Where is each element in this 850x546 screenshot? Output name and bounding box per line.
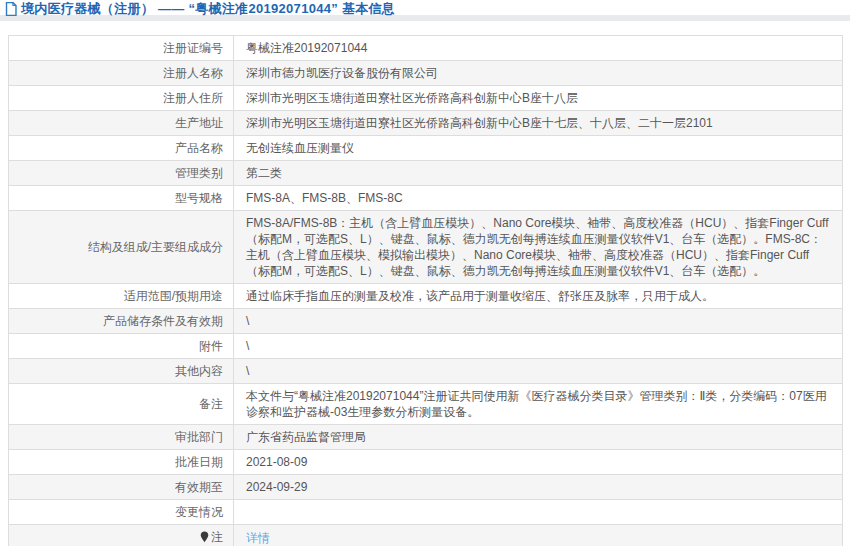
row-value-text: 深圳市德力凯医疗设备股份有限公司 xyxy=(246,66,438,80)
table-row: 注册人住所深圳市光明区玉塘街道田寮社区光侨路高科创新中心B座十八层 xyxy=(9,86,843,111)
row-label-text: 注册人名称 xyxy=(163,66,223,80)
row-value-text: 第二类 xyxy=(246,166,282,180)
row-label-text: 批准日期 xyxy=(175,455,223,469)
row-label-text: 审批部门 xyxy=(175,430,223,444)
row-value: 本文件与“粤械注准20192071044”注册证共同使用新《医疗器械分类目录》管… xyxy=(234,384,843,425)
row-label-text: 结构及组成/主要组成成分 xyxy=(88,240,223,254)
row-value: 详情 xyxy=(234,525,843,546)
row-label-text: 管理类别 xyxy=(175,166,223,180)
row-label-text: 注 xyxy=(211,530,223,544)
row-value: 深圳市德力凯医疗设备股份有限公司 xyxy=(234,61,843,86)
page-title: 境内医疗器械（注册） —— “粤械注准20192071044” 基本信息 xyxy=(21,0,395,18)
row-value-text: 本文件与“粤械注准20192071044”注册证共同使用新《医疗器械分类目录》管… xyxy=(246,389,827,419)
row-value: FMS-8A/FMS-8B：主机（含上臂血压模块）、Nano Core模块、袖带… xyxy=(234,211,843,284)
document-icon xyxy=(5,2,17,16)
row-value-text: FMS-8A、FMS-8B、FMS-8C xyxy=(246,191,403,205)
row-label: 有效期至 xyxy=(9,475,234,500)
table-row: 注册证编号粤械注准20192071044 xyxy=(9,36,843,61)
row-label-text: 适用范围/预期用途 xyxy=(124,289,223,303)
row-label: 附件 xyxy=(9,334,234,359)
row-value-text: \ xyxy=(246,364,249,378)
row-label-text: 附件 xyxy=(199,339,223,353)
row-value: FMS-8A、FMS-8B、FMS-8C xyxy=(234,186,843,211)
details-link[interactable]: 详情 xyxy=(246,531,270,545)
row-label-text: 注册人住所 xyxy=(163,91,223,105)
row-value xyxy=(234,500,843,525)
row-label-text: 变更情况 xyxy=(175,505,223,519)
row-label: 其他内容 xyxy=(9,359,234,384)
table-row: 生产地址深圳市光明区玉塘街道田寮社区光侨路高科创新中心B座十七层、十八层、二十一… xyxy=(9,111,843,136)
row-label: 批准日期 xyxy=(9,450,234,475)
row-label-text: 型号规格 xyxy=(175,191,223,205)
table-row: 注详情 xyxy=(9,525,843,546)
row-value: 第二类 xyxy=(234,161,843,186)
row-label-text: 生产地址 xyxy=(175,116,223,130)
row-value-text: 2021-08-09 xyxy=(246,455,307,469)
row-label: 备注 xyxy=(9,384,234,425)
table-row: 有效期至2024-09-29 xyxy=(9,475,843,500)
table-row: 备注本文件与“粤械注准20192071044”注册证共同使用新《医疗器械分类目录… xyxy=(9,384,843,425)
row-label-text: 有效期至 xyxy=(175,480,223,494)
row-label-text: 其他内容 xyxy=(175,364,223,378)
row-value: 广东省药品监督管理局 xyxy=(234,425,843,450)
row-value: 2024-09-29 xyxy=(234,475,843,500)
row-value-text: 通过临床手指血压的测量及校准，该产品用于测量收缩压、舒张压及脉率，只用于成人。 xyxy=(246,289,714,303)
row-label: 注 xyxy=(9,525,234,546)
row-value: \ xyxy=(234,359,843,384)
row-value-text: 粤械注准20192071044 xyxy=(246,41,367,55)
row-value-text: 深圳市光明区玉塘街道田寮社区光侨路高科创新中心B座十七层、十八层、二十一层210… xyxy=(246,116,713,130)
row-value-text: 2024-09-29 xyxy=(246,480,307,494)
row-value-text: \ xyxy=(246,339,249,353)
table-row: 产品储存条件及有效期\ xyxy=(9,309,843,334)
row-label-text: 注册证编号 xyxy=(163,41,223,55)
table-row: 结构及组成/主要组成成分FMS-8A/FMS-8B：主机（含上臂血压模块）、Na… xyxy=(9,211,843,284)
row-value: 2021-08-09 xyxy=(234,450,843,475)
row-label-text: 产品储存条件及有效期 xyxy=(103,314,223,328)
table-row: 附件\ xyxy=(9,334,843,359)
row-label: 产品名称 xyxy=(9,136,234,161)
row-label: 适用范围/预期用途 xyxy=(9,284,234,309)
table-row: 型号规格FMS-8A、FMS-8B、FMS-8C xyxy=(9,186,843,211)
row-label: 结构及组成/主要组成成分 xyxy=(9,211,234,284)
page-header: 境内医疗器械（注册） —— “粤械注准20192071044” 基本信息 xyxy=(0,0,850,21)
row-value: 深圳市光明区玉塘街道田寮社区光侨路高科创新中心B座十七层、十八层、二十一层210… xyxy=(234,111,843,136)
info-table: 注册证编号粤械注准20192071044注册人名称深圳市德力凯医疗设备股份有限公… xyxy=(8,35,843,546)
row-value-text: 广东省药品监督管理局 xyxy=(246,430,366,444)
table-row: 其他内容\ xyxy=(9,359,843,384)
table-row: 适用范围/预期用途通过临床手指血压的测量及校准，该产品用于测量收缩压、舒张压及脉… xyxy=(9,284,843,309)
row-label: 变更情况 xyxy=(9,500,234,525)
row-label-text: 备注 xyxy=(199,397,223,411)
row-label: 注册人住所 xyxy=(9,86,234,111)
row-label: 审批部门 xyxy=(9,425,234,450)
table-row: 批准日期2021-08-09 xyxy=(9,450,843,475)
row-label: 管理类别 xyxy=(9,161,234,186)
row-value-text: 无创连续血压测量仪 xyxy=(246,141,354,155)
table-row: 管理类别第二类 xyxy=(9,161,843,186)
row-label-text: 产品名称 xyxy=(175,141,223,155)
row-label: 生产地址 xyxy=(9,111,234,136)
row-label: 注册证编号 xyxy=(9,36,234,61)
row-value: 深圳市光明区玉塘街道田寮社区光侨路高科创新中心B座十八层 xyxy=(234,86,843,111)
row-label: 产品储存条件及有效期 xyxy=(9,309,234,334)
row-value: 粤械注准20192071044 xyxy=(234,36,843,61)
table-row: 产品名称无创连续血压测量仪 xyxy=(9,136,843,161)
row-value: \ xyxy=(234,334,843,359)
row-value-text: FMS-8A/FMS-8B：主机（含上臂血压模块）、Nano Core模块、袖带… xyxy=(246,216,829,278)
table-row: 注册人名称深圳市德力凯医疗设备股份有限公司 xyxy=(9,61,843,86)
row-label: 型号规格 xyxy=(9,186,234,211)
row-label: 注册人名称 xyxy=(9,61,234,86)
row-value-text: 深圳市光明区玉塘街道田寮社区光侨路高科创新中心B座十八层 xyxy=(246,91,578,105)
table-row: 审批部门广东省药品监督管理局 xyxy=(9,425,843,450)
row-value: 无创连续血压测量仪 xyxy=(234,136,843,161)
row-value: 通过临床手指血压的测量及校准，该产品用于测量收缩压、舒张压及脉率，只用于成人。 xyxy=(234,284,843,309)
pin-icon xyxy=(200,531,209,546)
table-row: 变更情况 xyxy=(9,500,843,525)
row-value-text: \ xyxy=(246,314,249,328)
row-value: \ xyxy=(234,309,843,334)
